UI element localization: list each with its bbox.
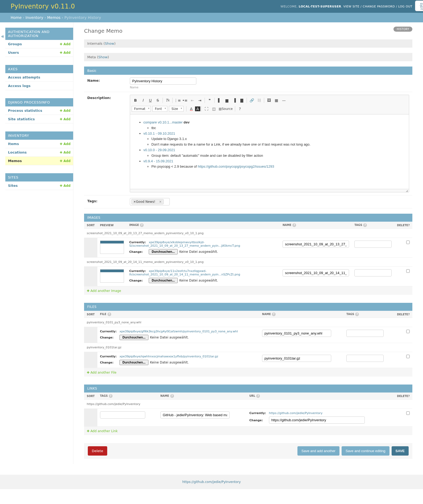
- breadcrumb-memos[interactable]: Memos: [47, 15, 60, 20]
- add-groups[interactable]: Add: [60, 42, 70, 46]
- browse-button[interactable]: Durchsuchen...: [149, 278, 178, 283]
- help-icon[interactable]: ?: [272, 312, 276, 316]
- link-icon[interactable]: 🔗: [248, 97, 255, 104]
- delete-checkbox[interactable]: [406, 355, 410, 358]
- django-debug-toolbar-tab[interactable]: DjDT: [415, 1, 423, 11]
- sidebar-item-users[interactable]: Users: [8, 51, 19, 55]
- image-tags-field[interactable]: [354, 269, 392, 276]
- delete-button[interactable]: Delete: [88, 446, 107, 456]
- sort-handle-icon[interactable]: [84, 267, 97, 286]
- maximize-icon[interactable]: ⛶: [203, 105, 210, 113]
- add-users[interactable]: Add: [60, 51, 70, 55]
- image-tags-field[interactable]: [354, 241, 392, 248]
- indent-icon[interactable]: ⇥: [196, 97, 204, 104]
- blockquote-icon[interactable]: ❞: [206, 97, 213, 104]
- file-name-field[interactable]: [262, 330, 331, 337]
- help-icon[interactable]: ?: [140, 223, 144, 227]
- sort-handle-icon[interactable]: [84, 352, 97, 368]
- delete-checkbox[interactable]: [406, 241, 410, 244]
- internals-show-link[interactable]: Show: [105, 42, 114, 46]
- delete-checkbox[interactable]: [406, 330, 410, 333]
- sort-handle-icon[interactable]: [84, 238, 97, 258]
- help-icon[interactable]: ?: [107, 312, 111, 316]
- justify-icon[interactable]: ▇: [238, 97, 246, 104]
- tags-input[interactable]: ×Good News!×: [130, 198, 170, 205]
- change-password-link[interactable]: CHANGE PASSWORD: [363, 5, 395, 8]
- breadcrumb-home[interactable]: Home: [11, 15, 22, 20]
- image-name-field[interactable]: [283, 269, 349, 276]
- sidebar-item-site-stats[interactable]: Site statistics: [8, 117, 35, 121]
- file-tags-field[interactable]: [346, 355, 384, 362]
- browse-button[interactable]: Durchsuchen...: [119, 360, 148, 365]
- tag-remove-icon[interactable]: ×: [155, 200, 162, 204]
- sidebar-item-access-logs[interactable]: Access logs: [8, 84, 31, 88]
- add-memos[interactable]: Add: [60, 159, 70, 163]
- sidebar-item-groups[interactable]: Groups: [8, 42, 22, 46]
- compare-link[interactable]: compare v0.10.1...master: [143, 120, 183, 124]
- add-process-stats[interactable]: Add: [60, 109, 70, 113]
- remove-format-icon[interactable]: Tx: [164, 97, 171, 104]
- hr-icon[interactable]: —: [280, 97, 288, 104]
- logout-link[interactable]: LOG OUT: [398, 5, 412, 8]
- add-file-link[interactable]: Add another File: [87, 371, 117, 374]
- link-name-field[interactable]: [160, 411, 230, 419]
- add-locations[interactable]: Add: [60, 151, 70, 154]
- align-center-icon[interactable]: ▆: [223, 97, 231, 104]
- font-combo[interactable]: Font: [152, 106, 167, 112]
- sidebar-item-process-stats[interactable]: Process statistics: [8, 109, 42, 113]
- browse-button[interactable]: Durchsuchen...: [119, 335, 148, 340]
- bold-icon[interactable]: B: [132, 97, 139, 104]
- link-url-field[interactable]: [269, 416, 365, 424]
- add-sites[interactable]: Add: [60, 184, 70, 188]
- add-image-link[interactable]: Add another Image: [87, 289, 121, 293]
- file-name-field[interactable]: [262, 355, 331, 362]
- image-icon[interactable]: 🖼: [265, 97, 273, 104]
- table-icon[interactable]: ▦: [273, 97, 280, 104]
- delete-checkbox[interactable]: [406, 269, 410, 273]
- image-name-field[interactable]: [283, 241, 349, 248]
- name-field[interactable]: [130, 77, 196, 85]
- sort-handle-icon[interactable]: [84, 409, 97, 427]
- footer-link[interactable]: https://github.com/jedie/PyInventory: [182, 480, 241, 484]
- ckeditor-content[interactable]: compare v0.10.1...master dev tbc v0.10.1…: [130, 114, 409, 189]
- save-button[interactable]: [392, 446, 409, 456]
- unlink-icon[interactable]: ⛓: [255, 97, 263, 104]
- help-icon[interactable]: ?: [292, 223, 296, 227]
- add-items[interactable]: Add: [60, 142, 70, 146]
- align-left-icon[interactable]: ▌: [216, 97, 223, 104]
- link-tags-field[interactable]: [100, 411, 145, 419]
- toggle-nav-icon[interactable]: «: [0, 32, 5, 40]
- meta-show-link[interactable]: Show: [98, 55, 108, 59]
- italic-icon[interactable]: I: [139, 97, 147, 104]
- help-icon[interactable]: ?: [170, 394, 174, 398]
- sort-handle-icon[interactable]: [84, 327, 97, 343]
- sidebar-item-items[interactable]: Items: [8, 142, 19, 146]
- delete-checkbox[interactable]: [406, 411, 410, 415]
- source-button[interactable]: ▤ Source: [218, 105, 234, 113]
- save-add-button[interactable]: [297, 446, 339, 456]
- numbered-list-icon[interactable]: ⋮≡: [174, 97, 181, 104]
- format-combo[interactable]: Format: [132, 106, 151, 112]
- align-right-icon[interactable]: ▐: [231, 97, 238, 104]
- help-icon[interactable]: ?: [355, 312, 359, 316]
- v0100-link[interactable]: v0.10.0 - 29.09.2021: [143, 148, 175, 152]
- history-button[interactable]: HISTORY: [393, 27, 412, 32]
- size-combo[interactable]: Size: [169, 106, 184, 112]
- add-link-link[interactable]: Add another Link: [87, 429, 118, 433]
- link-current-link[interactable]: https://github.com/jedie/PyInventory: [269, 411, 322, 415]
- sidebar-item-memos[interactable]: Memos: [8, 159, 22, 163]
- bg-color-icon[interactable]: A: [195, 106, 200, 111]
- bulleted-list-icon[interactable]: •≡: [181, 97, 189, 104]
- sidebar-item-sites[interactable]: Sites: [8, 184, 18, 188]
- file-current-link[interactable]: xpe39pip8xye/gfl6k3kcg3hcg4yl91afzwmh/py…: [119, 330, 238, 333]
- sidebar-item-access-attempts[interactable]: Access attempts: [8, 75, 40, 79]
- help-icon[interactable]: ?: [256, 394, 260, 398]
- v094-link[interactable]: v0.9.4 - 15.09.2021: [143, 159, 173, 163]
- ckeditor-resizer[interactable]: ◢: [130, 189, 409, 192]
- browse-button[interactable]: Durchsuchen...: [149, 249, 178, 254]
- outdent-icon[interactable]: ⇤: [189, 97, 196, 104]
- help-icon[interactable]: ?: [236, 105, 244, 113]
- add-site-stats[interactable]: Add: [60, 117, 70, 121]
- view-site-link[interactable]: VIEW SITE: [343, 5, 360, 8]
- help-icon[interactable]: ?: [109, 394, 113, 398]
